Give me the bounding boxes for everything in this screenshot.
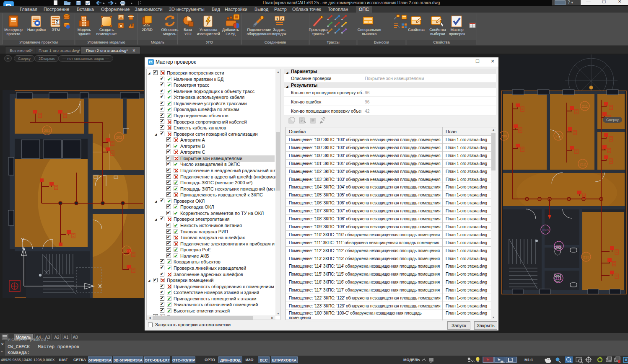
svg-text:210: 210 (555, 134, 561, 138)
svg-text:222: 222 (555, 276, 561, 281)
svg-text:X: X (98, 283, 102, 289)
svg-text:220: 220 (123, 249, 130, 253)
svg-text:223: 223 (542, 228, 548, 232)
svg-text:Y: Y (21, 237, 25, 243)
svg-text:201: 201 (44, 129, 50, 133)
svg-text:213: 213 (583, 255, 589, 259)
svg-text:202: 202 (116, 135, 122, 139)
svg-text:221: 221 (555, 244, 562, 248)
svg-text:209: 209 (501, 134, 507, 138)
svg-text:211: 211 (582, 104, 588, 108)
svg-text:212: 212 (579, 162, 586, 166)
svg-text:Σ: Σ (56, 19, 59, 24)
svg-text:1: 1 (276, 17, 278, 21)
svg-text:Сверху: Сверху (606, 118, 619, 122)
svg-text:2: 2 (281, 17, 283, 21)
